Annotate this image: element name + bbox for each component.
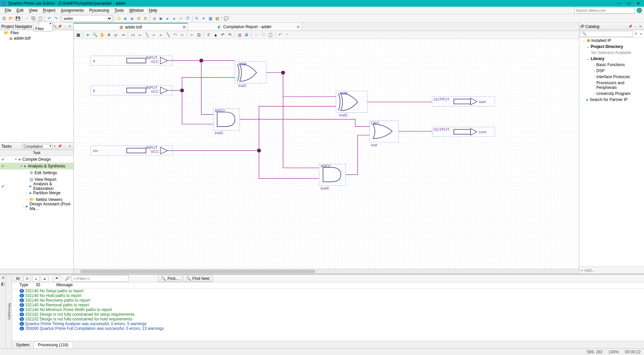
- conduit-icon[interactable]: ⌐: [158, 32, 164, 38]
- task-row[interactable]: ✔▶Analysis & Elaboration: [0, 183, 73, 190]
- wand-icon[interactable]: ✨: [115, 15, 121, 21]
- tab-close-icon[interactable]: ⊠: [297, 25, 300, 29]
- menu-window[interactable]: Window: [126, 7, 146, 13]
- new-file-icon[interactable]: 🗋: [1, 15, 7, 21]
- message-line[interactable]: i332140 No Removal paths to report: [13, 303, 644, 307]
- menu-help[interactable]: Help: [146, 7, 160, 13]
- clear-search-icon[interactable]: ✕: [634, 32, 638, 36]
- msg-close-icon[interactable]: ✕: [1, 275, 5, 280]
- tasks-max-icon[interactable]: ▫: [62, 144, 67, 149]
- project-navigator-tree[interactable]: 📂Files ▦adder.bdf: [0, 30, 73, 143]
- task-row[interactable]: ✔▾▶Compile Design: [0, 156, 73, 163]
- cut-icon[interactable]: ✂: [24, 15, 30, 21]
- bus-icon[interactable]: ⌐: [151, 32, 157, 38]
- ip-library[interactable]: ⌄Library: [579, 56, 644, 62]
- fit-window-icon[interactable]: ▦: [75, 32, 81, 38]
- ip-close-icon[interactable]: ✕: [638, 24, 643, 29]
- message-line[interactable]: i332140 No Recovery paths to report: [13, 298, 644, 303]
- tasks-hscroll[interactable]: [0, 269, 73, 274]
- refresh-icon[interactable]: ↻: [194, 15, 200, 21]
- play3-icon[interactable]: ▸: [171, 15, 177, 21]
- menu-tools[interactable]: Tools: [112, 7, 126, 13]
- schematic-canvas[interactable]: aINPUTVCC bINPUTVCC cinINPUTVCC XORinst1…: [74, 39, 579, 269]
- messages-filter-input[interactable]: [71, 275, 128, 282]
- pointer-icon[interactable]: ➤: [85, 32, 91, 38]
- message-line[interactable]: i332140 No Hold paths to report: [13, 293, 644, 298]
- menu-assignments[interactable]: Assignments: [58, 7, 87, 13]
- rotl-icon[interactable]: ↶: [220, 32, 226, 38]
- message-line[interactable]: i293000 Quartus Prime Full Compilation w…: [13, 326, 644, 331]
- wire-icon[interactable]: ╲: [144, 32, 150, 38]
- menu-edit[interactable]: Edit: [14, 7, 26, 13]
- zoom-icon[interactable]: 🔍: [92, 32, 98, 38]
- messages-all-button[interactable]: All: [13, 276, 22, 281]
- undo2-icon[interactable]: ↶: [277, 32, 283, 38]
- circle-icon[interactable]: ○: [179, 32, 185, 38]
- ip-add-bar[interactable]: +Add...: [579, 266, 644, 274]
- error-filter-icon[interactable]: ⊘: [23, 275, 31, 282]
- tasks-pin-icon[interactable]: 📌: [57, 144, 62, 149]
- tab-compilation-report[interactable]: ◐ Compilation Report - adder ⊠: [188, 23, 302, 31]
- gear-icon[interactable]: ⚙: [136, 15, 142, 21]
- play-icon[interactable]: ▶: [158, 15, 164, 21]
- message-line[interactable]: i332140 No Minimum Pulse Width paths to …: [13, 307, 644, 312]
- pn-max-icon[interactable]: ▫: [62, 24, 67, 29]
- rubber-icon[interactable]: ⫟: [189, 32, 195, 38]
- critical-filter-icon[interactable]: ▲: [41, 275, 48, 282]
- ip-pin-icon[interactable]: 📌: [628, 24, 633, 29]
- maximize-button[interactable]: ▭: [627, 1, 631, 6]
- grid-icon[interactable]: ▦: [236, 32, 243, 38]
- symbol-icon[interactable]: ⫐: [113, 32, 119, 38]
- message-line[interactable]: i332140 No Setup paths to report: [13, 289, 644, 293]
- msg-pin-icon[interactable]: ◧: [1, 282, 5, 286]
- globe-icon[interactable]: [637, 8, 642, 13]
- project-navigator-view-combo[interactable]: 📄 Files: [34, 21, 52, 32]
- tasks-combo[interactable]: Compilation: [22, 144, 52, 149]
- ip-cat-processors[interactable]: ›Processors and Peripherals: [579, 80, 644, 91]
- chip-icon[interactable]: ▦: [207, 15, 213, 21]
- messages-list[interactable]: i332140 No Setup paths to reporti332140 …: [12, 289, 644, 341]
- navtree-file[interactable]: ▦adder.bdf: [0, 36, 73, 41]
- ip-installed[interactable]: ⌄⬢Installed IP: [579, 38, 644, 44]
- paste-icon[interactable]: 📋: [37, 15, 43, 21]
- ip-cat-interface[interactable]: ›Interface Protocols: [579, 74, 644, 80]
- rect-icon[interactable]: ▭: [130, 32, 136, 38]
- menu-file[interactable]: File: [2, 7, 14, 13]
- save-icon[interactable]: 💾: [15, 15, 21, 21]
- tab-close-icon[interactable]: ⊠: [183, 25, 185, 29]
- tasks-list[interactable]: ✔▾▶Compile Design✔▾▶Analysis & Synthesis…: [0, 156, 73, 269]
- copy-icon[interactable]: ⿻: [31, 15, 37, 21]
- pan-icon[interactable]: ✋: [99, 32, 105, 38]
- blue-icon[interactable]: ✦: [201, 15, 207, 21]
- close-button[interactable]: ✕: [637, 1, 640, 6]
- ip-tree[interactable]: ⌄⬢Installed IP ⌄Project Directory No Sel…: [579, 38, 644, 266]
- task-row[interactable]: ⚙Edit Settings: [0, 169, 73, 176]
- flag-filter-icon[interactable]: ⚑: [53, 275, 60, 282]
- pn-close-icon[interactable]: ✕: [67, 24, 72, 29]
- menu-project[interactable]: Project: [40, 7, 58, 13]
- altera-search-input[interactable]: [574, 7, 635, 13]
- warning-filter-icon[interactable]: ▲: [32, 275, 40, 282]
- chat-icon[interactable]: 💬: [223, 15, 229, 21]
- project-combo[interactable]: adder: [62, 15, 112, 22]
- diamond-icon[interactable]: ◈: [122, 15, 128, 21]
- fliph-icon[interactable]: ⇵: [206, 32, 212, 38]
- ip-cat-dsp[interactable]: ›DSP: [579, 68, 644, 74]
- redo2-icon[interactable]: ↷: [284, 32, 290, 38]
- pn-pin-icon[interactable]: 📌: [57, 24, 62, 29]
- redo-icon[interactable]: ↷: [53, 15, 59, 21]
- ip-search-input[interactable]: [580, 31, 633, 37]
- clock-icon[interactable]: ⏱: [185, 15, 191, 21]
- copy2-icon[interactable]: ⿻: [260, 32, 266, 38]
- paste2-icon[interactable]: 📋: [267, 32, 273, 38]
- text-icon[interactable]: A: [106, 32, 112, 38]
- wire90-icon[interactable]: ⌐: [137, 32, 143, 38]
- ip-project-directory[interactable]: ⌄Project Directory: [579, 44, 644, 50]
- messages-tab-system[interactable]: System: [12, 342, 34, 348]
- undo-icon[interactable]: ↶: [46, 15, 52, 21]
- task-row[interactable]: ✔▾▶Analysis & Synthesis: [0, 163, 73, 169]
- playcheck-icon[interactable]: ✔: [178, 15, 184, 21]
- messages-tab-processing[interactable]: Processing (116): [34, 341, 73, 348]
- flipv-icon[interactable]: ▲: [213, 32, 219, 38]
- minimize-button[interactable]: —: [617, 1, 621, 6]
